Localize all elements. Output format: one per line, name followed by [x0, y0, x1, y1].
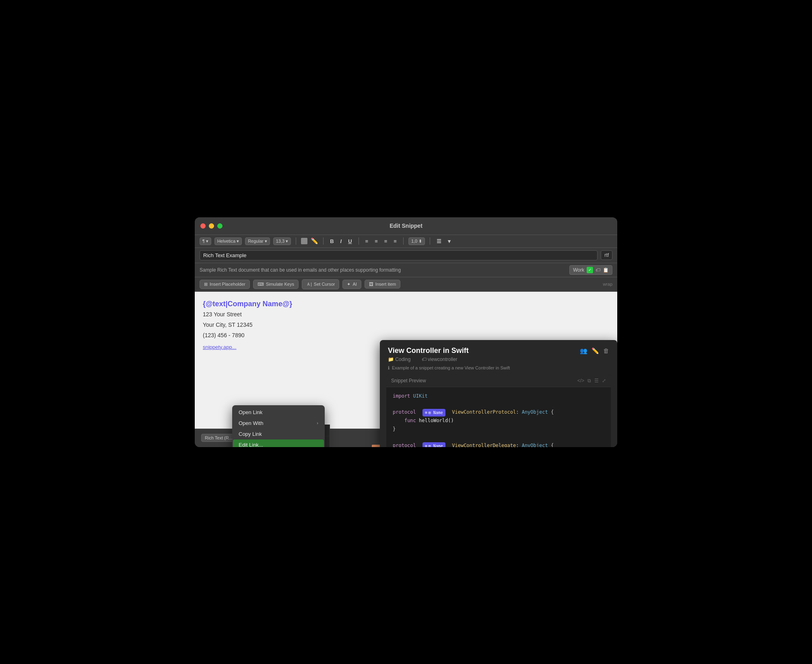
code-line	[393, 400, 604, 408]
group-label: Work	[573, 267, 584, 273]
line-height-btn[interactable]: 1,0 ⬍	[408, 237, 425, 245]
snippet-panel: View Controller in Swift 📁 Coding 🏷 view…	[380, 340, 617, 447]
traffic-lights	[200, 223, 223, 229]
context-menu: Open LinkOpen With›Copy LinkEdit Link...…	[232, 405, 325, 447]
titlebar: Edit Snippet	[195, 217, 617, 235]
code-line: protocol ⊞ Name ViewControllerDelegate: …	[393, 441, 604, 447]
simulate-keys-label: Simulate Keys	[266, 282, 294, 287]
chevron-down-icon: ▾	[237, 239, 239, 244]
bold-btn[interactable]: B	[328, 237, 335, 245]
type-label: Rich Text (R...	[201, 434, 236, 442]
address-line2: Your City, ST 12345	[203, 320, 609, 329]
folder-label: 📁 Coding	[388, 357, 415, 362]
preview-header: Snippet Preview </> ⧉ ☰ ⤢	[386, 375, 611, 387]
insert-placeholder-label: Insert Placeholder	[210, 282, 245, 287]
name-badge: ⊞ Name	[422, 442, 445, 447]
maximize-button[interactable]	[217, 223, 223, 229]
chevron-down-icon: ▾	[286, 239, 288, 244]
chevron-down-icon: ▾	[265, 239, 267, 244]
code-area: import UIKit protocol ⊞ Name ViewControl…	[386, 387, 611, 447]
separator	[323, 237, 324, 245]
insert-placeholder-button[interactable]: ⊞ Insert Placeholder	[200, 280, 250, 289]
check-icon: ✓	[587, 267, 593, 273]
justify-btn[interactable]: ≡	[392, 237, 398, 245]
align-left-btn[interactable]: ≡	[364, 237, 370, 245]
description-row: Work ✓ 🏷 📋	[195, 263, 617, 277]
color-swatch[interactable]	[301, 238, 307, 244]
action-buttons-row: ⊞ Insert Placeholder ⌨ Simulate Keys Ａ| …	[195, 277, 617, 292]
placeholder-icon: ⊞	[204, 282, 208, 287]
menu-item-label: Open With	[239, 420, 263, 426]
menu-item-edit-link[interactable]: Edit Link...	[233, 439, 324, 447]
preview-label: Snippet Preview	[391, 378, 426, 384]
menu-item-open-link[interactable]: Open Link	[232, 407, 325, 418]
code-line	[393, 433, 604, 441]
set-cursor-label: Set Cursor	[314, 282, 335, 287]
insert-item-label: Insert item	[375, 282, 396, 287]
paragraph-style-btn[interactable]: ¶ ▾	[200, 237, 211, 245]
list-style-btn[interactable]: ▾	[446, 237, 452, 245]
snippet-panel-description: Example of a snippet creating a new View…	[392, 365, 510, 370]
minimize-button[interactable]	[209, 223, 214, 229]
font-size-btn[interactable]: 13,3 ▾	[273, 237, 291, 245]
menu-item-label: Open Link	[239, 409, 262, 415]
menu-item-label: Copy Link	[239, 431, 262, 437]
address-line3: (123) 456 - 7890	[203, 331, 609, 340]
expand-icon[interactable]: ⤢	[602, 378, 606, 384]
address-line1: 123 Your Street	[203, 310, 609, 319]
underline-btn[interactable]: U	[346, 237, 353, 245]
font-name-label: Helvetica	[217, 239, 235, 243]
delete-icon[interactable]: 🗑	[603, 347, 609, 355]
ai-icon: ✦	[347, 282, 350, 287]
copy-icon[interactable]: ⧉	[587, 378, 591, 384]
format-toolbar: ¶ ▾ Helvetica ▾ Regular ▾ 13,3 ▾ ✏️ B I …	[195, 235, 617, 248]
simulate-keys-button[interactable]: ⌨ Simulate Keys	[253, 280, 299, 289]
edit-icon[interactable]: ✏️	[591, 347, 599, 355]
menu-item-copy-link[interactable]: Copy Link	[232, 429, 325, 439]
snippet-panel-actions: 👥 ✏️ 🗑	[580, 346, 609, 355]
font-style-label: Regular	[248, 239, 264, 243]
line-height-label: 1,0	[411, 239, 417, 243]
snippet-panel-title: View Controller in Swift	[388, 346, 469, 355]
insert-item-button[interactable]: 🖼 Insert item	[365, 280, 400, 289]
list-btn[interactable]: ☰	[435, 237, 443, 245]
editor-area[interactable]: {@text|Company Name@} 123 Your Street Yo…	[195, 292, 617, 429]
list-icon[interactable]: ☰	[594, 378, 599, 384]
keyboard-icon: ⌨	[258, 282, 264, 287]
separator	[359, 237, 359, 245]
menu-item-label: Edit Link...	[239, 442, 263, 447]
italic-btn[interactable]: I	[339, 237, 344, 245]
chevron-icon: ⬍	[418, 239, 422, 244]
name-badge: ⊞ Name	[422, 409, 445, 417]
tag-icon: 🏷	[596, 267, 600, 273]
window-title: Edit Snippet	[390, 223, 422, 229]
chevron-down-icon: ▾	[206, 239, 208, 244]
placeholder-text: {@text|Company Name@}	[203, 300, 609, 308]
wrap-label: wrap	[603, 282, 612, 287]
image-icon: 🖼	[369, 282, 373, 287]
snippet-name-input[interactable]	[200, 250, 598, 260]
code-line: import UIKit	[393, 392, 604, 400]
set-cursor-button[interactable]: Ａ| Set Cursor	[302, 279, 339, 289]
code-icon[interactable]: </>	[577, 378, 584, 384]
highlight-btn[interactable]: ✏️	[311, 237, 318, 245]
font-style-btn[interactable]: Regular ▾	[245, 237, 270, 245]
close-button[interactable]	[200, 223, 206, 229]
people-icon[interactable]: 👥	[580, 347, 587, 355]
separator	[296, 237, 296, 245]
meta-row: rtf	[195, 248, 617, 263]
align-right-btn[interactable]: ≡	[383, 237, 389, 245]
code-line: }	[393, 425, 604, 433]
main-window: Edit Snippet ¶ ▾ Helvetica ▾ Regular ▾ 1…	[195, 217, 617, 447]
ai-button[interactable]: ✦ AI	[342, 280, 361, 289]
font-name-btn[interactable]: Helvetica ▾	[214, 237, 242, 245]
cursor-icon: Ａ|	[306, 281, 312, 287]
code-line: func helloWorld()	[393, 417, 604, 425]
menu-item-open-with[interactable]: Open With›	[232, 418, 325, 429]
separator	[430, 237, 430, 245]
snippet-panel-header: View Controller in Swift 📁 Coding 🏷 view…	[380, 340, 617, 365]
description-input[interactable]	[200, 266, 566, 274]
group-selector[interactable]: Work ✓ 🏷 📋	[569, 265, 612, 275]
tag-label: 🏷 viewcontroller	[422, 357, 462, 362]
align-center-btn[interactable]: ≡	[373, 237, 379, 245]
